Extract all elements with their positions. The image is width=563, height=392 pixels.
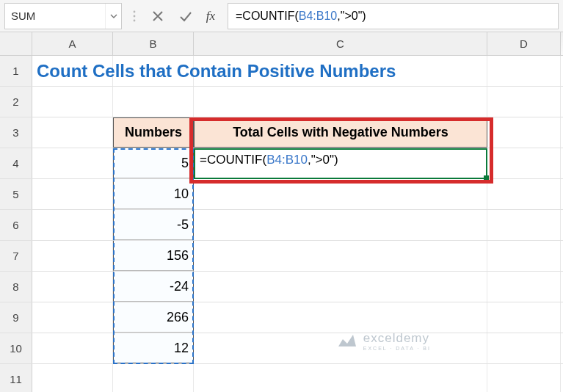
cell-a1[interactable]: Count Cells that Contain Positive Number… xyxy=(32,56,113,86)
col-header-c[interactable]: C xyxy=(194,32,487,55)
cell-a6[interactable] xyxy=(32,210,113,240)
page-title: Count Cells that Contain Positive Number… xyxy=(37,61,396,81)
cell-c8[interactable] xyxy=(194,272,487,302)
cell-d2[interactable] xyxy=(487,87,561,117)
cell-b6[interactable]: -5 xyxy=(113,210,194,240)
row-2: 2 xyxy=(0,87,563,117)
row-header[interactable]: 11 xyxy=(0,364,32,392)
row-header[interactable]: 4 xyxy=(0,148,32,178)
row-7: 7 156 xyxy=(0,241,563,272)
cell-a2[interactable] xyxy=(32,87,113,117)
cell-d8[interactable] xyxy=(487,272,561,302)
formula-text-suffix: ,">0") xyxy=(337,10,366,23)
svg-point-0 xyxy=(134,10,136,12)
row-header[interactable]: 6 xyxy=(0,210,32,240)
cancel-button[interactable] xyxy=(144,2,172,30)
col-header-b[interactable]: B xyxy=(113,32,194,55)
cell-d6[interactable] xyxy=(487,210,561,240)
watermark: exceldemy EXCEL · DATA · BI xyxy=(335,331,431,351)
column-headers: A B C D xyxy=(0,32,563,56)
cell-b4[interactable]: 5 xyxy=(113,148,194,178)
cell-c7[interactable] xyxy=(194,241,487,271)
name-box-dropdown[interactable] xyxy=(105,4,121,29)
col-header-a[interactable]: A xyxy=(32,32,113,55)
row-header[interactable]: 5 xyxy=(0,179,32,209)
watermark-sub: EXCEL · DATA · BI xyxy=(363,346,431,351)
row-11: 11 xyxy=(0,364,563,392)
cell-b8[interactable]: -24 xyxy=(113,272,194,302)
cell-c9[interactable] xyxy=(194,302,487,333)
cell-a9[interactable] xyxy=(32,302,113,333)
row-3: 3 Numbers Total Cells with Negative Numb… xyxy=(0,117,563,148)
row-header[interactable]: 3 xyxy=(0,117,32,148)
name-box[interactable]: SUM xyxy=(5,10,105,22)
cell-d5[interactable] xyxy=(487,179,561,209)
cell-d1[interactable] xyxy=(487,56,561,86)
cell-d4[interactable] xyxy=(487,148,561,178)
cell-d9[interactable] xyxy=(487,302,561,333)
cell-d3[interactable] xyxy=(487,117,561,148)
select-all-corner[interactable] xyxy=(0,32,32,55)
in-cell-editor[interactable]: =COUNTIF(B4:B10,">0") xyxy=(195,150,486,170)
cell-a4[interactable] xyxy=(32,148,113,178)
cell-b11[interactable] xyxy=(113,364,194,392)
row-10: 10 12 xyxy=(0,333,563,364)
worksheet: A B C D 1 Count Cells that Contain Posit… xyxy=(0,32,563,392)
row-5: 5 10 xyxy=(0,179,563,210)
row-8: 8 -24 xyxy=(0,272,563,302)
cell-c6[interactable] xyxy=(194,210,487,240)
row-9: 9 266 xyxy=(0,302,563,333)
row-header[interactable]: 8 xyxy=(0,272,32,302)
cell-a3[interactable] xyxy=(32,117,113,148)
cell-a8[interactable] xyxy=(32,272,113,302)
cell-b9[interactable]: 266 xyxy=(113,302,194,333)
cell-d7[interactable] xyxy=(487,241,561,271)
svg-point-1 xyxy=(134,15,136,17)
formula-text-prefix: =COUNTIF( xyxy=(236,10,299,23)
grid-rows: 1 Count Cells that Contain Positive Numb… xyxy=(0,56,563,392)
separator xyxy=(132,6,137,26)
fill-handle[interactable] xyxy=(484,175,489,181)
cell-b7[interactable]: 156 xyxy=(113,241,194,271)
cell-a11[interactable] xyxy=(32,364,113,392)
cell-c2[interactable] xyxy=(194,87,487,117)
row-header[interactable]: 2 xyxy=(0,87,32,117)
cell-a7[interactable] xyxy=(32,241,113,271)
cell-b5[interactable]: 10 xyxy=(113,179,194,209)
formula-range-ref: B4:B10 xyxy=(299,10,337,23)
name-box-container: SUM xyxy=(4,3,122,29)
edit-range-ref: B4:B10 xyxy=(266,153,308,167)
row-header[interactable]: 1 xyxy=(0,56,32,86)
row-6: 6 -5 xyxy=(0,210,563,241)
cell-b3-header[interactable]: Numbers xyxy=(113,117,194,148)
edit-prefix: =COUNTIF( xyxy=(200,153,266,167)
cell-a5[interactable] xyxy=(32,179,113,209)
row-header[interactable]: 9 xyxy=(0,302,32,333)
cell-b10[interactable]: 12 xyxy=(113,333,194,363)
cell-c5[interactable] xyxy=(194,179,487,209)
col-header-d[interactable]: D xyxy=(487,32,561,55)
watermark-icon xyxy=(335,332,359,351)
svg-point-2 xyxy=(134,19,136,21)
cell-d11[interactable] xyxy=(487,364,561,392)
enter-button[interactable] xyxy=(172,2,200,30)
row-header[interactable]: 7 xyxy=(0,241,32,271)
cell-d10[interactable] xyxy=(487,333,561,363)
cell-c11[interactable] xyxy=(194,364,487,392)
watermark-name: exceldemy xyxy=(363,331,431,346)
row-header[interactable]: 10 xyxy=(0,333,32,363)
cell-b2[interactable] xyxy=(113,87,194,117)
cell-c3-header[interactable]: Total Cells with Negative Numbers xyxy=(194,117,487,148)
formula-input[interactable]: =COUNTIF(B4:B10,">0") xyxy=(228,3,559,29)
insert-function-button[interactable]: fx xyxy=(200,2,228,30)
row-1: 1 Count Cells that Contain Positive Numb… xyxy=(0,56,563,87)
formula-bar: SUM fx =COUNTIF(B4:B10,">0") xyxy=(0,0,563,32)
cell-a10[interactable] xyxy=(32,333,113,363)
active-cell-c4[interactable]: =COUNTIF(B4:B10,">0") xyxy=(194,148,487,179)
edit-suffix: ,">0") xyxy=(308,153,338,167)
